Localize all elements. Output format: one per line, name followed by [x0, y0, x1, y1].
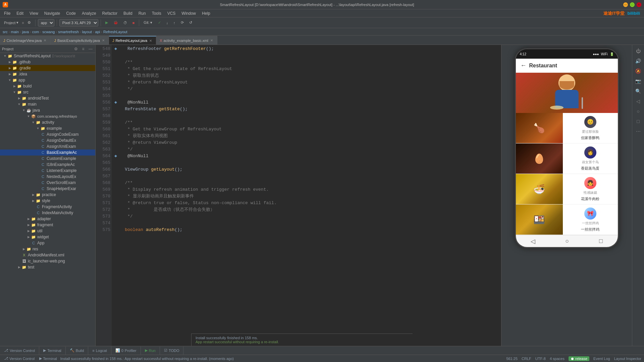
tree-basicexample[interactable]: C BasicExampleAc [0, 149, 95, 156]
tab-close-refresh[interactable]: ✕ [149, 39, 153, 43]
zoom-in-icon[interactable]: 🔍 [634, 86, 643, 96]
project-dropdown[interactable]: Project▾ [2, 19, 20, 27]
tree-custom[interactable]: C CustomExample [0, 156, 95, 162]
tab-run[interactable]: ▶ Run [141, 347, 160, 355]
tree-main[interactable]: ▼ 📁 main [0, 101, 95, 107]
tab-close-circle[interactable]: ✕ [43, 38, 47, 43]
tree-adapter[interactable]: ▶ 📁 adapter [0, 216, 95, 222]
tab-basicexample[interactable]: J BasicExampleActivity.java ✕ [51, 36, 109, 45]
nav-layout[interactable]: layout [82, 30, 92, 34]
nav-com[interactable]: com [32, 30, 39, 34]
tree-assigncode[interactable]: C AssignCodeExam [0, 131, 95, 137]
nav-smartrefresh[interactable]: smartrefresh [58, 30, 79, 34]
code-editor[interactable]: 548 549 550 551 552 553 554 555 556 557 … [96, 45, 501, 346]
git-check[interactable]: ✓ [156, 19, 163, 27]
tab-close-basic[interactable]: ✕ [101, 38, 105, 43]
power-icon[interactable]: ⏻ [634, 46, 643, 56]
tab-close-activity[interactable]: ✕ [210, 38, 214, 43]
sidebar-gear2[interactable]: ≡ [80, 46, 87, 52]
tree-assigndefault[interactable]: C AssignDefaultEx [0, 137, 95, 143]
tab-build[interactable]: 🔨 Build [66, 347, 88, 355]
phone-back-button[interactable]: ← [521, 62, 527, 69]
tree-style[interactable]: ▶ 📁 style [0, 198, 95, 204]
tree-snap[interactable]: C SnapHelperExar [0, 186, 95, 192]
nav-api[interactable]: api [95, 30, 100, 34]
volume-icon[interactable]: 🔊 [634, 56, 643, 66]
vc-status[interactable]: ⎇ Version Control [3, 356, 36, 361]
tree-github[interactable]: ▶ 📁 .github [0, 59, 95, 65]
tree-launcher[interactable]: 🖼 ic_launcher-web.png [0, 258, 95, 264]
menu-build[interactable]: Build [121, 10, 135, 16]
phone-nav-recent[interactable]: □ [599, 238, 603, 245]
more-icon[interactable]: ⋯ [634, 127, 643, 136]
tree-indexmain[interactable]: C IndexMainActivity [0, 210, 95, 216]
menu-code[interactable]: Code [63, 10, 78, 16]
tree-fragmentactivity[interactable]: C FragmentActivity [0, 204, 95, 210]
menu-tools[interactable]: Tools [149, 10, 164, 16]
menu-run[interactable]: Run [136, 10, 149, 16]
vc-terminal[interactable]: ▶ Terminal [38, 356, 58, 361]
tree-nested[interactable]: C NestedLayoutEx [0, 174, 95, 180]
stop-button[interactable]: ■ [130, 19, 137, 27]
tree-java[interactable]: ▼ ☕ java [0, 107, 95, 113]
tree-app-class[interactable]: C App [0, 240, 95, 246]
menu-view[interactable]: View [27, 10, 41, 16]
nav-refreshlayout[interactable]: RefreshLayout [103, 30, 127, 34]
tree-idea[interactable]: ▶ 📁 .idea [0, 71, 95, 77]
tree-res[interactable]: ▶ 📁 res [0, 246, 95, 252]
git-revert[interactable]: ↺ [187, 19, 194, 27]
app-select[interactable]: app [38, 19, 54, 26]
sound-icon[interactable]: 🔕 [634, 66, 643, 76]
debug-button[interactable]: 🐞 [111, 19, 120, 27]
menu-window[interactable]: Window [179, 10, 199, 16]
tab-todo[interactable]: ☑ TODO [160, 347, 184, 355]
event-log[interactable]: Event Log [593, 357, 610, 361]
close-button[interactable]: ✕ [637, 2, 641, 7]
tree-listener[interactable]: C ListenerExample [0, 168, 95, 174]
camera-icon[interactable]: 📷 [634, 76, 643, 86]
tab-version-control[interactable]: ⎇ Version Control [0, 347, 39, 355]
tree-androidtest[interactable]: ▶ 📁 androidTest [0, 95, 95, 101]
code-content[interactable]: ◆ RefreshFooter getRefreshFooter(); /** … [112, 45, 501, 346]
code-area[interactable]: 548 549 550 551 552 553 554 555 556 557 … [96, 45, 501, 346]
menu-refactor[interactable]: Refactor [100, 10, 120, 16]
phone-nav-back[interactable]: ◁ [531, 238, 535, 245]
tree-assignxml[interactable]: C AssignXmlExam [0, 143, 95, 149]
git-history[interactable]: ⟳ [179, 19, 186, 27]
recent-nav-icon[interactable]: □ [634, 117, 643, 126]
layout-inspector[interactable]: Layout Inspector [614, 357, 641, 361]
git-push[interactable]: ↑ [171, 19, 177, 27]
tree-i18n[interactable]: C I18nExampleAc [0, 162, 95, 168]
tree-package[interactable]: ▼ 📦 com.scwang.refreshlayo [0, 113, 95, 119]
tab-activity-xml[interactable]: X activity_example_basic.xml ✕ [156, 36, 217, 45]
nav-java[interactable]: java [22, 30, 29, 34]
toolbar-settings[interactable]: ⚙ [25, 19, 33, 27]
tree-build[interactable]: ▶ 📁 build [0, 83, 95, 89]
menu-vcs[interactable]: VCS [165, 10, 178, 16]
nav-scwang[interactable]: scwang [42, 30, 55, 34]
run-btn-status[interactable]: ⏺ release [569, 356, 589, 361]
sidebar-gear[interactable]: ⚙ [72, 46, 79, 52]
nav-src[interactable]: src [3, 30, 8, 34]
menu-help[interactable]: Help [199, 10, 213, 16]
tree-app[interactable]: ▼ 📁 app [0, 77, 95, 83]
menu-navigate[interactable]: Navigate [42, 10, 63, 16]
git-update[interactable]: ↓ [164, 19, 170, 27]
menu-file[interactable]: File [1, 10, 13, 16]
tab-terminal[interactable]: ▶ Terminal [39, 347, 66, 355]
menu-analyze[interactable]: Analyze [79, 10, 99, 16]
tree-src[interactable]: ▼ 📁 src [0, 89, 95, 95]
tree-overscroll[interactable]: C OverScrollExam [0, 180, 95, 186]
git-button[interactable]: Git: ▾ [142, 19, 154, 27]
tree-activity[interactable]: ▼ 📁 activity [0, 119, 95, 125]
nav-main[interactable]: main [11, 30, 19, 34]
back-nav-icon[interactable]: ◁ [634, 97, 643, 106]
tree-root[interactable]: ▼ 📁 SmartRefreshLayout D:\workspace\tt [0, 53, 95, 59]
tab-refreshlayout[interactable]: J RefreshLayout.java ✕ [109, 36, 156, 45]
phone-nav-home[interactable]: ○ [566, 238, 569, 245]
profile-button[interactable]: ⏱ [121, 19, 129, 27]
tree-gradle[interactable]: ▶ 📁 .gradle [0, 65, 95, 71]
home-nav-icon[interactable]: ○ [634, 107, 643, 116]
tree-practice[interactable]: ▶ 📁 practice [0, 192, 95, 198]
tree-manifest[interactable]: X AndroidManifest.xml [0, 252, 95, 258]
